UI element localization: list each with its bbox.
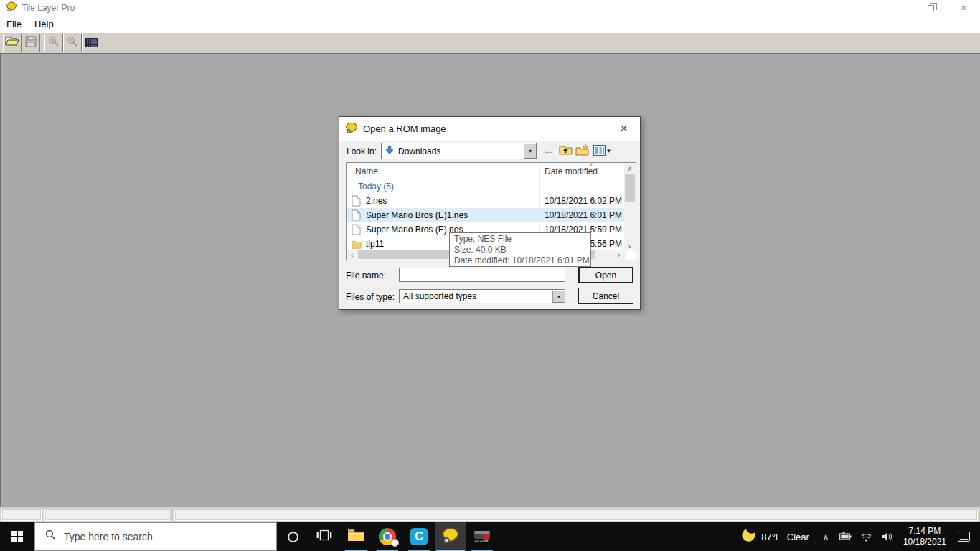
file-name-field-box xyxy=(399,268,565,282)
cancel-button[interactable]: Cancel xyxy=(578,288,633,304)
taskbar-weather[interactable]: 87°F Clear xyxy=(734,528,816,545)
column-header-name[interactable]: Name xyxy=(355,163,378,179)
save-floppy-icon xyxy=(25,36,37,50)
folder-icon xyxy=(352,240,362,249)
task-view-icon xyxy=(316,529,332,544)
fceux-icon: FCEUX xyxy=(473,527,491,546)
taskbar-clock[interactable]: 7:14 PM 10/18/2021 xyxy=(897,526,952,547)
file-name: 2.nes xyxy=(366,196,387,206)
menu-file[interactable]: File xyxy=(0,16,28,32)
task-view-button[interactable] xyxy=(308,522,340,551)
weather-temp: 87°F xyxy=(761,532,781,542)
look-in-label: Look in: xyxy=(347,146,377,156)
views-menu-button[interactable]: ▾ xyxy=(591,144,613,157)
taskbar-tile-layer-pro[interactable] xyxy=(435,522,466,551)
new-folder-icon xyxy=(575,144,590,158)
taskbar: C FCEUX 87°F Clear ∧ 7:14 PM 10/18/2021 xyxy=(0,522,980,551)
cortana-button[interactable] xyxy=(277,522,308,551)
toolbar xyxy=(0,32,980,53)
file-name: tlp11 xyxy=(366,239,384,249)
taskbar-fceux[interactable]: FCEUX xyxy=(466,522,498,551)
open-button-label: Open xyxy=(595,270,616,281)
tray-chevron-icon[interactable]: ∧ xyxy=(816,532,835,542)
tooltip-size: Size: 40.0 KB xyxy=(454,245,586,255)
files-of-type-combobox[interactable]: All supported types ▼ xyxy=(399,289,565,303)
open-rom-button[interactable] xyxy=(3,34,22,52)
file-row[interactable]: 2.nes 10/18/2021 6:02 PM xyxy=(347,194,626,208)
file-icon xyxy=(352,224,362,235)
back-button[interactable]: ← xyxy=(542,144,555,157)
scroll-up-icon[interactable]: ∧ xyxy=(624,163,636,174)
dialog-titlebar: Open a ROM image ✕ xyxy=(339,117,640,141)
minimize-button[interactable]: — xyxy=(881,0,914,16)
tile-layer-pro-icon xyxy=(345,121,358,136)
menu-help[interactable]: Help xyxy=(28,16,60,32)
group-header-today[interactable]: Today (5) xyxy=(347,179,626,194)
scroll-right-icon[interactable]: › xyxy=(613,250,624,260)
close-icon: ✕ xyxy=(620,123,628,134)
clock-time: 7:14 PM xyxy=(903,526,946,537)
group-divider xyxy=(400,187,623,187)
restore-icon xyxy=(928,5,934,11)
vertical-scroll-thumb[interactable] xyxy=(625,174,635,202)
wifi-icon[interactable] xyxy=(856,532,877,542)
chrome-profile-badge xyxy=(391,539,399,547)
taskbar-file-explorer[interactable] xyxy=(340,522,372,551)
action-center-icon[interactable] xyxy=(958,532,970,542)
folder-up-icon xyxy=(559,144,573,157)
start-button[interactable] xyxy=(0,522,34,551)
zoom-in-button[interactable] xyxy=(44,34,63,52)
minimize-icon: — xyxy=(894,4,902,12)
file-date: 10/18/2021 6:02 PM xyxy=(545,196,622,206)
dialog-title: Open a ROM image xyxy=(363,123,446,134)
taskbar-chrome[interactable] xyxy=(372,522,403,551)
sort-indicator-icon: ∨ xyxy=(589,162,593,167)
cortana-icon xyxy=(288,532,298,542)
dialog-close-button[interactable]: ✕ xyxy=(608,117,640,140)
taskbar-clipchamp[interactable]: C xyxy=(403,522,435,551)
save-button[interactable] xyxy=(22,34,40,52)
new-folder-button[interactable] xyxy=(575,144,590,157)
scroll-down-icon[interactable]: ∨ xyxy=(624,240,636,251)
files-of-type-dropdown-button[interactable]: ▼ xyxy=(552,290,565,303)
dropdown-arrow-icon: ▼ xyxy=(528,149,533,154)
volume-icon[interactable] xyxy=(877,532,897,542)
system-tray: 87°F Clear ∧ 7:14 PM 10/18/2021 xyxy=(734,522,980,551)
back-arrow-icon: ← xyxy=(543,144,555,157)
tile-arranger-button[interactable] xyxy=(82,34,100,52)
tooltip-modified: Date modified: 10/18/2021 6:01 PM xyxy=(454,255,586,266)
file-name: Super Mario Bros (E)1.nes xyxy=(366,210,468,220)
look-in-dropdown-button[interactable]: ▼ xyxy=(524,143,536,159)
clipchamp-icon: C xyxy=(410,528,428,545)
status-panel xyxy=(44,509,171,521)
up-one-level-button[interactable] xyxy=(558,144,573,157)
zoom-out-button[interactable] xyxy=(63,34,82,52)
weather-condition: Clear xyxy=(787,532,809,542)
zoom-in-icon xyxy=(48,36,60,50)
file-explorer-icon xyxy=(347,528,365,545)
look-in-combobox[interactable]: Downloads ▼ xyxy=(381,143,537,159)
restore-button[interactable] xyxy=(914,0,947,16)
battery-icon[interactable] xyxy=(835,532,856,541)
file-icon xyxy=(352,209,362,221)
taskbar-search[interactable] xyxy=(34,522,277,551)
file-row-selected[interactable]: Super Mario Bros (E)1.nes 10/18/2021 6:0… xyxy=(347,208,626,222)
open-rom-dialog: Open a ROM image ✕ Look in: Downloads ▼ … xyxy=(339,116,641,310)
file-info-tooltip: Type: NES File Size: 40.0 KB Date modifi… xyxy=(449,232,591,267)
status-panel xyxy=(1,509,42,521)
scroll-left-icon[interactable]: ‹ xyxy=(347,250,357,260)
search-icon xyxy=(45,529,57,544)
status-panel xyxy=(174,509,978,521)
cancel-button-label: Cancel xyxy=(593,291,619,301)
search-input[interactable] xyxy=(64,531,276,542)
views-dropdown-arrow-icon: ▾ xyxy=(607,147,611,154)
tile-grid-icon xyxy=(85,38,98,47)
close-icon: ✕ xyxy=(960,4,966,13)
open-button[interactable]: Open xyxy=(578,267,633,283)
file-name-input[interactable] xyxy=(400,268,565,281)
file-name-label: File name: xyxy=(346,270,386,281)
vertical-scrollbar[interactable]: ∧ ∨ xyxy=(624,163,636,251)
tile-layer-pro-icon xyxy=(6,1,17,15)
close-button[interactable]: ✕ xyxy=(947,0,980,16)
text-caret xyxy=(402,270,402,280)
